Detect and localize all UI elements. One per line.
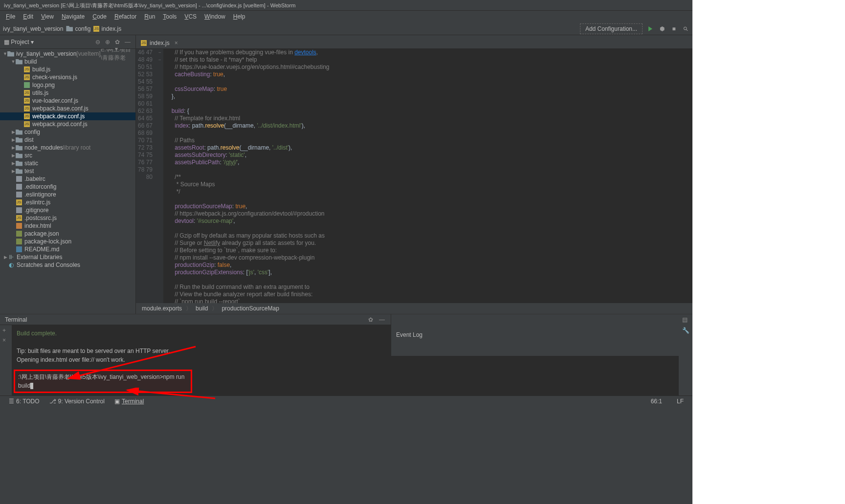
code-breadcrumb: module.exports 〉 build 〉 productionSourc… [136,303,692,314]
title-bar: ivy_tianyi_web_version [E:\网上项目\青藤养老\htm… [0,0,692,11]
menu-file[interactable]: File [2,12,19,22]
terminal-command-highlight: :\网上项目\青藤养老\html5版本\ivy_tianyi_web_versi… [14,370,192,393]
todo-tool-button[interactable]: ☰ 6: TODO [4,398,44,405]
version-control-button[interactable]: ⎇ 9: Version Control [44,398,110,405]
tree-item[interactable]: ▶src [0,152,135,159]
settings-wrench-icon[interactable]: 🔧 [682,327,689,334]
play-icon [648,26,652,31]
chevron-right-icon: 〉 [212,305,218,313]
target-icon[interactable]: ⊕ [105,39,112,45]
tree-item[interactable]: JS.eslintrc.js [0,198,135,206]
tree-item[interactable]: JSwebpack.prod.conf.js [0,120,135,128]
js-icon: JS [141,40,147,46]
js-icon: JS [93,26,99,32]
code-editor[interactable]: 46 47 48 49 50 51 52 53 54 55 56 57 58 5… [136,49,692,303]
tree-item[interactable]: .eslintignore [0,191,135,198]
cursor-position: 66:1 [646,398,667,405]
tree-item[interactable]: ▶dist [0,136,135,144]
tree-item[interactable]: package.json [0,230,135,238]
tree-item[interactable]: .babelrc [0,175,135,183]
line-gutter: 46 47 48 49 50 51 52 53 54 55 56 57 58 5… [136,49,156,303]
filter-icon[interactable]: ▤ [682,316,689,323]
menu-bar: FileEditViewNavigateCodeRefactorRunTools… [0,11,692,22]
tree-item[interactable]: JSvue-loader.conf.js [0,97,135,105]
tab-index-js[interactable]: JS index.js × [137,37,182,48]
event-log-panel: Event Log ▤ 🔧 [391,314,692,397]
menu-tools[interactable]: Tools [159,12,180,22]
tree-item[interactable]: README.md [0,245,135,253]
tree-item[interactable]: package-lock.json [0,238,135,245]
line-ending[interactable]: LF [672,398,689,405]
menu-edit[interactable]: Edit [19,12,37,22]
folder-icon [66,26,73,31]
terminal-title: Terminal [5,316,27,323]
menu-view[interactable]: View [37,12,58,22]
project-tree[interactable]: ▼ivy_tianyi_web_version [vueItem] E:\网上项… [0,49,135,314]
terminal-output[interactable]: Build complete. Tip: built files are mea… [12,325,391,397]
navigation-bar: ivy_tianyi_web_version config JSindex.js… [0,22,692,35]
breadcrumb[interactable]: module.exports [142,305,182,312]
breadcrumb[interactable]: build [196,305,208,312]
tree-item[interactable]: logo.png [0,81,135,89]
tree-item[interactable]: ▼ivy_tianyi_web_version [vueItem] E:\网上项… [0,50,135,58]
menu-vcs[interactable]: VCS [180,12,200,22]
event-log-title: Event Log [396,331,422,338]
tree-item[interactable]: JSwebpack.base.conf.js [0,105,135,112]
tree-item[interactable]: JSbuild.js [0,66,135,73]
menu-run[interactable]: Run [140,12,159,22]
terminal-tool-button[interactable]: ▣ Terminal [110,398,149,405]
breadcrumb-folder[interactable]: config [66,25,90,32]
tree-item[interactable]: .editorconfig [0,183,135,191]
project-sidebar: ▦ Project ▾ ⊖ ⊕ ✿ ▾ — ▼ivy_tianyi_web_ve… [0,35,136,314]
collapse-icon[interactable]: ⊖ [95,39,102,45]
breadcrumb[interactable]: productionSourceMap [222,305,279,312]
gear-icon[interactable]: ✿ [368,316,375,323]
terminal-prompt: :\网上项目\青藤养老\html5版本\ivy_tianyi_web_versi… [18,373,163,380]
breadcrumb-project[interactable]: ivy_tianyi_web_version [3,25,63,32]
menu-navigate[interactable]: Navigate [58,12,89,22]
close-icon[interactable]: × [175,40,178,46]
menu-help[interactable]: Help [229,12,249,22]
menu-refactor[interactable]: Refactor [111,12,140,22]
hide-icon[interactable]: — [379,316,386,323]
chevron-right-icon: 〉 [186,305,192,313]
tree-item[interactable]: ▶config [0,128,135,136]
tab-label: index.js [150,40,170,46]
debug-button[interactable]: ⬢ [658,25,666,33]
breadcrumb-file[interactable]: JSindex.js [93,25,121,32]
tree-item[interactable]: JSwebpack.dev.conf.js [0,112,135,120]
tree-item[interactable]: ▶node_modules library root [0,144,135,152]
code-content[interactable]: // If you have problems debugging vue-fi… [163,49,692,303]
status-bar: ☰ 6: TODO ⎇ 9: Version Control ▣ Termina… [0,395,692,406]
tree-item[interactable]: JS.postcssrc.js [0,214,135,222]
tree-item[interactable]: JScheck-versions.js [0,73,135,81]
add-configuration-button[interactable]: Add Configuration... [580,23,643,34]
stop-button[interactable]: ■ [670,25,678,33]
tree-item[interactable]: .gitignore [0,206,135,214]
editor-area: JS index.js × 46 47 48 49 50 51 52 53 54… [136,35,692,314]
run-button[interactable] [646,25,654,33]
tree-item[interactable]: ▶⊪External Libraries [0,253,135,261]
tree-item[interactable]: ▶static [0,159,135,167]
project-tool-label[interactable]: ▦ Project ▾ [4,39,34,45]
add-terminal-icon[interactable]: + [2,327,9,334]
fold-gutter[interactable]: − − [156,49,163,303]
editor-tabs: JS index.js × [136,35,692,49]
tree-item[interactable]: JSutils.js [0,89,135,97]
menu-code[interactable]: Code [89,12,111,22]
settings-icon[interactable]: ✿ ▾ [115,39,122,45]
close-terminal-icon[interactable]: × [2,337,9,344]
terminal-panel: Terminal ✿ — + × Build complete. Tip: bu… [0,314,391,397]
tree-item[interactable]: ▶test [0,167,135,175]
search-button[interactable] [682,25,689,33]
hide-icon[interactable]: — [125,39,132,45]
tree-item[interactable]: index.html [0,222,135,230]
tree-item[interactable]: ◐Scratches and Consoles [0,261,135,269]
cursor [30,383,33,389]
search-icon [684,25,688,32]
menu-window[interactable]: Window [200,12,229,22]
